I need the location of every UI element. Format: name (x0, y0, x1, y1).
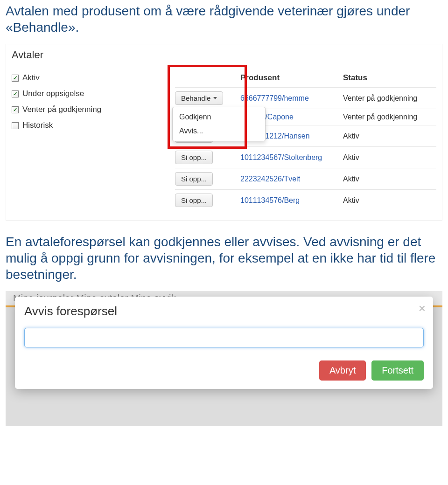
status-text: Aktiv (343, 132, 436, 140)
filter-panel: Aktiv Under oppsigelse Venter på godkjen… (12, 73, 133, 211)
button-label: Behandle (181, 94, 210, 102)
reason-input[interactable] (24, 328, 424, 347)
status-text: Aktiv (343, 196, 436, 205)
modal-title: Avvis forespørsel (24, 304, 424, 319)
siopp-button[interactable]: Si opp... (175, 172, 213, 186)
filter-label: Historisk (22, 121, 53, 130)
table-row: Si opp... 1011234567/Stoltenberg Aktiv (175, 146, 436, 168)
col-produsent: Produsent (240, 73, 343, 83)
status-text: Aktiv (343, 175, 436, 183)
filter-under-oppsigelse[interactable]: Under oppsigelse (12, 89, 133, 98)
caret-down-icon (213, 97, 217, 99)
table-row: Si opp... 1011134576/Berg Aktiv (175, 189, 436, 211)
produsent-link[interactable]: 2223242526/Tveit (240, 175, 343, 183)
col-action (175, 73, 240, 83)
filter-historisk[interactable]: Historisk (12, 121, 133, 130)
dropdown-godkjenn[interactable]: Godkjenn (173, 110, 265, 124)
behandle-button[interactable]: Behandle (175, 91, 223, 105)
avbryt-button[interactable]: Avbryt (319, 360, 366, 381)
checkbox-icon[interactable] (12, 75, 19, 82)
siopp-button[interactable]: Si opp... (175, 194, 213, 207)
filter-label: Aktiv (22, 73, 40, 83)
filter-aktiv[interactable]: Aktiv (12, 73, 133, 83)
checkbox-icon[interactable] (12, 122, 19, 129)
status-text: Venter på godkjenning (343, 94, 436, 103)
avtaler-screenshot: Avtaler Aktiv Under oppsigelse Venter på… (6, 44, 442, 221)
avvis-modal: × Avvis forespørsel Avbryt Fortsett (15, 297, 433, 389)
status-text: Venter på godkjenning (343, 113, 436, 121)
checkbox-icon[interactable] (12, 90, 19, 97)
filter-venter[interactable]: Venter på godkjenning (12, 105, 133, 114)
dropdown-avvis[interactable]: Avvis... (173, 124, 265, 138)
avtaler-heading: Avtaler (12, 49, 436, 61)
behandle-dropdown[interactable]: Godkjenn Avvis... (172, 107, 266, 141)
col-status: Status (343, 73, 436, 83)
avtaler-grid: Produsent Status Behandle 6666777799/hem… (175, 73, 436, 211)
siopp-button[interactable]: Si opp... (175, 151, 213, 164)
grid-header: Produsent Status (175, 73, 436, 87)
table-row: Behandle 6666777799/hemme Venter på godk… (175, 87, 436, 109)
produsent-link[interactable]: 1011234567/Stoltenberg (240, 153, 343, 162)
produsent-link[interactable]: 1011134576/Berg (240, 196, 343, 205)
fortsett-button[interactable]: Fortsett (371, 360, 424, 381)
produsent-link[interactable]: 6666777799/hemme (240, 94, 343, 103)
status-text: Aktiv (343, 153, 436, 162)
checkbox-icon[interactable] (12, 106, 19, 113)
table-row: Si opp... 2223242526/Tveit Aktiv (175, 168, 436, 189)
intro-paragraph-1: Avtalen med produsent om å være rådgiven… (6, 3, 442, 35)
filter-label: Under oppsigelse (22, 89, 84, 98)
modal-screenshot: Mine journaler Mine avtaler Mine avvik ×… (6, 291, 442, 426)
filter-label: Venter på godkjenning (22, 105, 101, 114)
intro-paragraph-2: En avtaleforespørsel kan godkjennes elle… (6, 234, 442, 283)
close-icon[interactable]: × (419, 302, 426, 314)
